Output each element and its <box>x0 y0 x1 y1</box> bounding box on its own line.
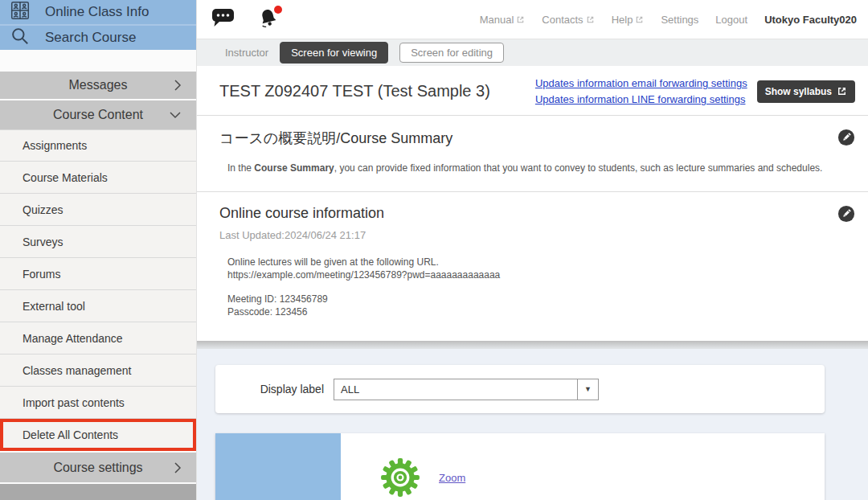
search-icon <box>10 26 31 51</box>
nav-manual-link[interactable]: Manual <box>480 14 526 26</box>
meeting-id: Meeting ID: 123456789 <box>227 293 855 305</box>
sidebar-item-search-course[interactable]: Search Course <box>0 24 196 50</box>
role-label: Instructor <box>225 47 268 59</box>
user-name[interactable]: Utokyo Faculty020 <box>764 14 857 26</box>
tab-screen-for-editing[interactable]: Screen for editing <box>399 43 504 63</box>
edit-pencil-icon[interactable] <box>837 205 855 223</box>
sidebar-item-surveys[interactable]: Surveys <box>0 226 196 258</box>
spacer <box>227 281 855 293</box>
sidebar-item-assignments[interactable]: Assignments <box>0 129 196 162</box>
sidebar-item-course-materials[interactable]: Course Materials <box>0 162 196 194</box>
select-value: ALL <box>334 379 577 400</box>
forwarding-links: Updates information email forwarding set… <box>535 77 747 105</box>
nav-logout-link[interactable]: Logout <box>715 14 747 26</box>
sidebar-group-course-content[interactable]: Course Content <box>0 100 196 129</box>
sidebar-item-label: External tool <box>23 300 85 313</box>
sidebar-item-label: Assignments <box>23 139 87 152</box>
sidebar-item-label: Import past contents <box>23 396 125 409</box>
desc-bold: Course Summary <box>254 162 334 174</box>
external-link-icon <box>586 15 595 24</box>
course-summary-heading: コースの概要説明/Course Summary <box>219 129 452 148</box>
top-navigation: Manual Contacts Help Settings Logout U <box>480 14 857 26</box>
external-link-icon <box>837 86 847 96</box>
section-divider <box>197 341 868 349</box>
sidebar-item-quizzes[interactable]: Quizzes <box>0 194 196 226</box>
nav-label: Contacts <box>542 14 583 26</box>
zoom-content-card: Zoom <box>215 433 825 500</box>
external-link-icon <box>516 15 525 24</box>
dropdown-arrow-icon[interactable]: ▼ <box>577 379 598 400</box>
top-bar: Manual Contacts Help Settings Logout U <box>197 0 868 39</box>
sidebar-item-label: Classes management <box>23 364 131 377</box>
sidebar-spacer <box>0 50 196 70</box>
course-summary-description: In the Course Summary, you can provide f… <box>227 162 855 174</box>
content-thumbnail <box>215 433 341 500</box>
display-label-text: Display label <box>248 383 324 395</box>
sidebar-item-forums[interactable]: Forums <box>0 258 196 290</box>
desc-prefix: In the <box>227 162 254 174</box>
sidebar: Online Class Info Search Course Messages… <box>0 0 197 500</box>
nav-settings-link[interactable]: Settings <box>661 14 698 26</box>
chevron-right-icon <box>174 461 182 474</box>
sidebar-item-classes-management[interactable]: Classes management <box>0 355 196 387</box>
sidebar-item-external-tool[interactable]: External tool <box>0 290 196 322</box>
sidebar-group-course-settings[interactable]: Course settings <box>0 453 196 482</box>
sidebar-item-label: Manage Attendance <box>23 332 123 345</box>
nav-label: Settings <box>661 14 698 26</box>
sidebar-item-label: Search Course <box>45 30 136 46</box>
info-line: Online lectures will be given at the fol… <box>227 256 855 268</box>
zoom-tool-link[interactable]: Zoom <box>439 472 465 484</box>
top-icons <box>211 7 281 32</box>
sidebar-group-messages[interactable]: Messages <box>0 72 196 99</box>
nav-label: Manual <box>480 14 514 26</box>
online-course-info-heading: Online course information <box>219 205 384 222</box>
show-syllabus-label: Show syllabus <box>765 86 832 97</box>
notification-bell-icon[interactable] <box>257 7 281 31</box>
sidebar-item-label: Quizzes <box>23 203 63 216</box>
online-course-info-section: Online course information Last Updated: <box>197 192 868 341</box>
timetable-icon <box>10 0 31 25</box>
email-forwarding-settings-link[interactable]: Updates information email forwarding set… <box>535 77 747 89</box>
sidebar-item-label: Messages <box>69 78 128 92</box>
passcode: Passcode: 123456 <box>227 305 855 318</box>
view-mode-bar: Instructor Screen for viewing Screen for… <box>197 39 868 66</box>
display-label-filter-card: Display label ALL ▼ <box>215 365 825 413</box>
sidebar-item-online-class-info[interactable]: Online Class Info <box>0 0 196 24</box>
sidebar-item-label: Course settings <box>53 461 142 475</box>
display-label-select[interactable]: ALL ▼ <box>334 379 599 400</box>
desc-suffix: , you can provide fixed information that… <box>334 162 823 174</box>
contents-panel: Display label ALL ▼ <box>197 349 868 500</box>
external-tool-gear-icon <box>379 457 421 498</box>
line-forwarding-settings-link[interactable]: Updates information LINE forwarding sett… <box>535 93 746 105</box>
sidebar-item-label: Course Materials <box>23 171 108 184</box>
meeting-url: https://example.com/meeting/123456789?pw… <box>227 268 855 281</box>
chevron-down-icon <box>169 111 182 119</box>
sidebar-item-label: Course Content <box>53 108 143 122</box>
nav-help-link[interactable]: Help <box>612 14 645 26</box>
nav-label: Logout <box>715 14 747 26</box>
last-updated-timestamp: Last Updated:2024/06/24 21:17 <box>219 229 855 241</box>
main-column: Manual Contacts Help Settings Logout U <box>197 0 868 500</box>
course-title-row: TEST Z092407 TEST (Test Sample 3) Update… <box>197 66 868 116</box>
course-content-area: TEST Z092407 TEST (Test Sample 3) Update… <box>197 66 868 341</box>
sidebar-footer <box>0 484 196 500</box>
course-title: TEST Z092407 TEST (Test Sample 3) <box>219 82 490 100</box>
sidebar-item-manage-attendance[interactable]: Manage Attendance <box>0 322 196 355</box>
sidebar-item-delete-all-contents-highlighted[interactable]: Delete All Contents <box>0 419 196 451</box>
nav-label: Help <box>612 14 633 26</box>
show-syllabus-button[interactable]: Show syllabus <box>757 80 855 103</box>
messages-chat-icon[interactable] <box>211 7 236 32</box>
online-course-info-body: Online lectures will be given at the fol… <box>227 256 855 318</box>
external-link-icon <box>635 15 644 24</box>
sidebar-item-import-past-contents[interactable]: Import past contents <box>0 387 196 419</box>
tab-screen-for-viewing[interactable]: Screen for viewing <box>280 42 388 64</box>
course-summary-section: コースの概要説明/Course Summary In t <box>197 116 868 192</box>
sidebar-item-label: Forums <box>23 268 60 281</box>
app-window: Online Class Info Search Course Messages… <box>0 0 868 500</box>
nav-contacts-link[interactable]: Contacts <box>542 14 594 26</box>
title-actions: Updates information email forwarding set… <box>535 77 855 105</box>
notification-badge <box>274 6 282 14</box>
content-card-body: Zoom <box>341 433 825 500</box>
edit-pencil-icon[interactable] <box>837 129 855 146</box>
chevron-right-icon <box>174 79 182 92</box>
